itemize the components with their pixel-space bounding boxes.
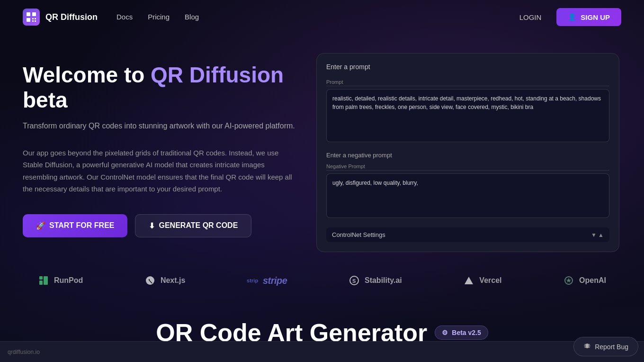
- nav-docs-link[interactable]: Docs: [116, 13, 133, 21]
- sponsors-section: RunPod Next.js stripe stripe S Stability…: [0, 252, 644, 309]
- generate-qr-button[interactable]: ⬇ GENERATE QR CODE: [135, 214, 251, 237]
- runpod-label: RunPod: [54, 276, 83, 285]
- ui-preview-container: Enter a prompt Prompt Enter a negative p…: [316, 53, 619, 252]
- brand-name: QR Diffusion: [45, 12, 98, 22]
- svg-rect-1: [32, 12, 36, 16]
- report-bug-button[interactable]: Report Bug: [573, 337, 638, 356]
- prompt-section: Prompt: [326, 78, 609, 144]
- svg-rect-4: [35, 18, 36, 19]
- hero-title-prefix: Welcome to: [23, 63, 151, 87]
- nav-blog-link[interactable]: Blog: [185, 13, 199, 21]
- prompt-field-label: Prompt: [326, 78, 609, 86]
- svg-rect-15: [586, 344, 589, 348]
- hero-subtitle: Transform ordinary QR codes into stunnin…: [23, 120, 297, 132]
- rocket-icon: 🚀: [36, 221, 45, 230]
- bug-icon: [583, 342, 591, 351]
- nav-links: Docs Pricing Blog: [116, 13, 199, 21]
- hero-section: Welcome to QR Diffusion beta Transform o…: [0, 34, 644, 252]
- negative-prompt-textarea[interactable]: [326, 173, 609, 218]
- controlnet-label: ControlNet Settings: [332, 231, 385, 238]
- hero-content: Welcome to QR Diffusion beta Transform o…: [23, 53, 297, 237]
- svg-marker-14: [465, 277, 473, 284]
- openai-label: OpenAI: [579, 276, 606, 285]
- svg-rect-0: [27, 12, 30, 16]
- vercel-label: Vercel: [479, 276, 501, 285]
- svg-rect-2: [27, 18, 30, 22]
- logo-link[interactable]: QR Diffusion: [23, 9, 98, 26]
- hero-description: Our app goes beyond the pixelated grids …: [23, 147, 297, 195]
- signup-button[interactable]: 👤 SIGN UP: [556, 8, 621, 26]
- stability-icon: S: [349, 275, 360, 286]
- sponsor-stability: S Stability.ai: [349, 275, 402, 286]
- openai-icon: [563, 275, 574, 286]
- sponsor-nextjs: Next.js: [144, 275, 185, 286]
- nextjs-icon: [144, 275, 156, 286]
- toolbar-content: qrdiffusion.io: [8, 349, 636, 355]
- prompt-textarea[interactable]: [326, 89, 609, 142]
- svg-rect-8: [39, 281, 43, 285]
- sponsor-stripe: stripe stripe: [247, 275, 287, 286]
- enter-prompt-label: Enter a prompt: [326, 63, 609, 71]
- logo-icon: [23, 9, 40, 26]
- controlnet-expand-icon: ▼ ▲: [591, 232, 604, 238]
- svg-point-10: [146, 276, 154, 285]
- hero-buttons: 🚀 START FOR FREE ⬇ GENERATE QR CODE: [23, 214, 297, 237]
- svg-text:S: S: [352, 278, 356, 284]
- beta-badge: ⚙ Beta v2.5: [435, 326, 488, 340]
- vercel-icon: [463, 275, 474, 286]
- nav-right: LOGIN 👤 SIGN UP: [512, 8, 621, 26]
- sponsor-openai: OpenAI: [563, 275, 606, 286]
- gear-icon: ⚙: [442, 329, 448, 336]
- hero-title-brand: QR Diffusion: [151, 63, 284, 87]
- stability-label: Stability.ai: [365, 276, 402, 285]
- download-icon: ⬇: [149, 221, 155, 230]
- svg-rect-3: [32, 18, 34, 19]
- runpod-icon: [38, 275, 49, 286]
- hero-title: Welcome to QR Diffusion beta: [23, 63, 297, 113]
- bottom-toolbar: qrdiffusion.io: [0, 341, 644, 362]
- navbar: QR Diffusion Docs Pricing Blog LOGIN 👤 S…: [0, 0, 644, 34]
- sponsor-runpod: RunPod: [38, 275, 83, 286]
- signup-icon: 👤: [568, 13, 577, 21]
- stripe-label: stripe: [263, 275, 287, 286]
- svg-rect-5: [32, 20, 34, 22]
- negative-prompt-field-label: Negative Prompt: [326, 163, 609, 171]
- login-button[interactable]: LOGIN: [512, 9, 549, 25]
- svg-rect-9: [44, 276, 48, 285]
- svg-rect-6: [35, 20, 36, 22]
- hero-title-suffix: beta: [23, 88, 68, 112]
- controlnet-bar[interactable]: ControlNet Settings ▼ ▲: [326, 227, 609, 242]
- svg-rect-7: [39, 276, 43, 280]
- negative-prompt-field-section: Negative Prompt: [326, 163, 609, 220]
- sponsor-vercel: Vercel: [463, 275, 501, 286]
- nav-left: QR Diffusion Docs Pricing Blog: [23, 9, 199, 26]
- ui-preview-panel: Enter a prompt Prompt Enter a negative p…: [316, 53, 619, 252]
- negative-prompt-section: Enter a negative prompt Negative Prompt …: [326, 152, 609, 242]
- nextjs-label: Next.js: [161, 276, 185, 285]
- negative-prompt-label: Enter a negative prompt: [326, 152, 609, 159]
- svg-text:stripe: stripe: [247, 278, 258, 283]
- toolbar-placeholder: qrdiffusion.io: [8, 349, 40, 355]
- nav-pricing-link[interactable]: Pricing: [148, 13, 170, 21]
- start-for-free-button[interactable]: 🚀 START FOR FREE: [23, 214, 127, 237]
- stripe-icon: stripe: [247, 275, 258, 286]
